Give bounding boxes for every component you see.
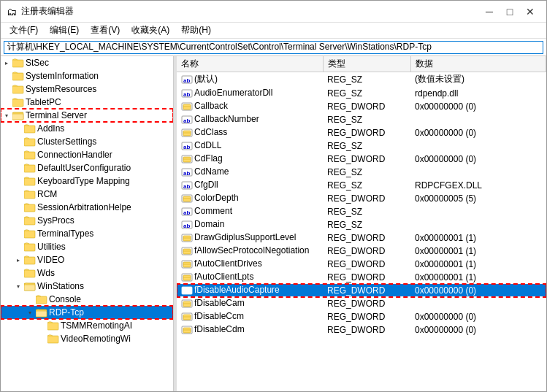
registry-row[interactable]: CdClassREG_DWORD0x00000000 (0) [177,126,546,139]
registry-row[interactable]: CallbackREG_DWORD0x00000000 (0) [177,100,546,113]
tree-item-winstations[interactable]: ▾WinStations [1,280,173,293]
registry-cell-data: 0x00000000 (0) [410,310,546,323]
registry-name-text: fDisableAudioCapture [194,285,280,295]
registry-row[interactable]: ab AudioEnumeratorDllREG_SZrdpendp.dll [177,87,546,100]
tree-toggle-addins [12,123,24,134]
tree-item-sysres[interactable]: SystemResources [1,82,173,96]
folder-icon-stsec [12,58,24,68]
folder-icon-sessionarb [24,202,36,212]
registry-cell-type: REG_DWORD [323,271,410,284]
ab-icon: ab [181,115,193,125]
registry-row[interactable]: fDisableCamREG_DWORD [177,297,546,310]
registry-cell-name: DrawGdiplusSupportLevel [177,231,323,245]
tree-toggle-winstations[interactable]: ▾ [12,280,24,292]
tree-item-connhandler[interactable]: ConnectionHandler [1,148,173,161]
registry-name-text: ColorDepth [194,193,239,203]
registry-name-text: fAutoClientDrives [194,258,262,269]
registry-name-text: Callback [194,101,228,111]
tree-item-rdptcp[interactable]: ▾RDP-Tcp [1,306,173,319]
tree-item-wds[interactable]: Wds [1,266,173,280]
tree-item-rcm[interactable]: RCM [1,188,173,201]
tree-item-terminaltypes[interactable]: TerminalTypes [1,227,173,240]
registry-cell-data [410,139,546,153]
tree-toggle-sysprocs [12,215,24,226]
menu-view[interactable]: 查看(V) [85,23,126,38]
registry-row[interactable]: ab CallbackNumberREG_SZ [177,113,546,126]
registry-row[interactable]: ab CdDLLREG_SZ [177,139,546,153]
tree-item-videoremoting[interactable]: VideoRemotingWi [1,332,173,345]
registry-row[interactable]: fAllowSecProtocolNegotiationREG_DWORD0x0… [177,245,546,258]
tree-item-stsec[interactable]: ▸StSec [1,56,173,69]
registry-row[interactable]: fAutoClientDrivesREG_DWORD0x00000001 (1) [177,258,546,271]
registry-row[interactable]: ab CommentREG_SZ [177,205,546,218]
tree-item-termserver[interactable]: ▾Terminal Server [1,109,173,122]
svg-rect-79 [183,236,191,241]
registry-cell-name: fAllowSecProtocolNegotiation [177,245,323,258]
folder-icon-winstations [24,281,36,291]
tree-toggle-sysres [1,83,12,95]
tree-label-kbtype: KeyboardType Mapping [37,176,130,186]
tree-item-kbtype[interactable]: KeyboardType Mapping [1,174,173,188]
tree-item-clustersettings[interactable]: ClusterSettings [1,135,173,148]
registry-row[interactable]: DrawGdiplusSupportLevelREG_DWORD0x000000… [177,231,546,245]
tree-item-console[interactable]: Console [1,293,173,306]
menu-favorites[interactable]: 收藏夹(A) [126,23,175,38]
tree-item-utilities[interactable]: Utilities [1,240,173,253]
tree-toggle-video[interactable]: ▸ [12,254,24,266]
registry-row[interactable]: fDisableCdmREG_DWORD0x00000000 (0) [177,323,546,337]
registry-row[interactable]: ab (默认)REG_SZ(数值未设置) [177,72,546,87]
maximize-button[interactable]: □ [500,1,520,22]
registry-cell-name: fAutoClientDrives [177,258,323,271]
ab-icon: ab [181,180,193,191]
svg-rect-44 [36,311,47,317]
minimize-button[interactable]: ─ [479,1,500,22]
tree-panel: ▸StSecSystemInformationSystemResourcesTa… [1,56,174,391]
tree-toggle-termserver[interactable]: ▾ [1,109,12,121]
registry-name-text: fDisableCam [194,298,245,308]
registry-row[interactable]: ab DomainREG_SZ [177,218,546,231]
tree-item-addins[interactable]: AddIns [1,122,173,135]
menu-edit[interactable]: 编辑(E) [44,23,85,38]
tree-label-addins: AddIns [37,123,64,134]
menu-help[interactable]: 帮助(H) [175,23,217,38]
main-content: ▸StSecSystemInformationSystemResourcesTa… [1,56,546,391]
col-header-name: 名称 [177,56,323,72]
close-button[interactable]: ✕ [520,1,540,22]
tree-item-tabletpc[interactable]: TabletPC [1,96,173,109]
address-bar [1,39,546,56]
registry-cell-type: REG_DWORD [323,100,410,113]
svg-rect-0 [12,60,23,67]
svg-rect-28 [24,231,35,238]
svg-rect-40 [36,296,47,304]
registry-row[interactable]: fDisableCcmREG_DWORD0x00000000 (0) [177,310,546,323]
tree-item-sysprocs[interactable]: SysProcs [1,214,173,227]
registry-row[interactable]: ab CdNameREG_SZ [177,166,546,179]
registry-row[interactable]: ab CfgDllREG_SZRDPCFGEX.DLL [177,179,546,192]
menu-file[interactable]: 文件(F) [4,23,44,38]
svg-rect-32 [24,257,35,264]
address-input[interactable] [4,41,543,54]
tree-item-video[interactable]: ▸VIDEO [1,253,173,266]
registry-row[interactable]: ColorDepthREG_DWORD0x00000005 (5) [177,192,546,205]
svg-rect-97 [183,315,191,320]
ab-icon: ab [181,220,193,230]
tree-label-defaultuser: DefaultUserConfiguratio [37,163,131,173]
tree-toggle-stsec[interactable]: ▸ [1,57,12,69]
tree-item-tsmmremoting[interactable]: TSMMRemotingAI [1,319,173,332]
registry-row[interactable]: CdFlagREG_DWORD0x00000000 (0) [177,153,546,166]
tree-item-sysinfo[interactable]: SystemInformation [1,69,173,82]
svg-rect-60 [183,131,191,136]
registry-cell-data: 0x00000000 (0) [410,284,546,297]
tree-toggle-rdptcp[interactable]: ▾ [24,307,36,318]
img-icon [181,154,193,164]
registry-cell-type: REG_SZ [323,139,410,153]
tree-item-defaultuser[interactable]: DefaultUserConfiguratio [1,161,173,174]
svg-rect-72 [183,196,191,201]
tree-label-sysprocs: SysProcs [37,215,74,226]
col-header-type: 类型 [323,56,410,72]
registry-cell-data: (数值未设置) [410,72,546,87]
tree-item-sessionarb[interactable]: SessionArbitrationHelpe [1,201,173,214]
tree-label-clustersettings: ClusterSettings [37,137,96,147]
registry-row[interactable]: fDisableAudioCaptureREG_DWORD0x00000000 … [177,284,546,297]
registry-row[interactable]: fAutoClientLptsREG_DWORD0x00000001 (1) [177,271,546,284]
